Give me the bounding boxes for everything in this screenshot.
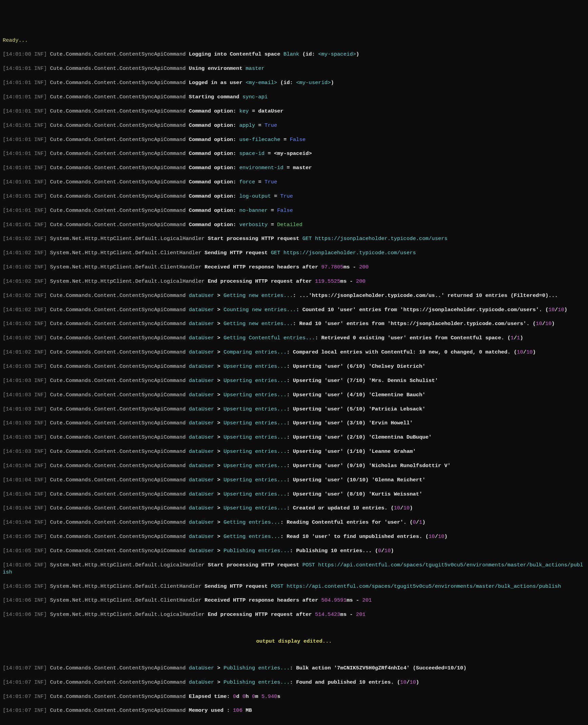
log-line: [14:01:03 INF] Cute.Commands.Content.Con… <box>3 363 585 370</box>
log-line: [14:01:04 INF] Cute.Commands.Content.Con… <box>3 462 585 469</box>
log-line: [14:01:03 INF] Cute.Commands.Content.Con… <box>3 377 585 384</box>
log-line: [14:01:01 INF] Cute.Commands.Content.Con… <box>3 65 585 72</box>
log-line: [14:01:02 INF] Cute.Commands.Content.Con… <box>3 292 585 299</box>
log-line: [14:01:02 INF] Cute.Commands.Content.Con… <box>3 320 585 327</box>
log-line: [14:01:02 INF] System.Net.Http.HttpClien… <box>3 278 585 285</box>
log-line: [14:01:00 INF] Cute.Commands.Content.Con… <box>3 51 585 58</box>
log-line: [14:01:04 INF] Cute.Commands.Content.Con… <box>3 477 585 484</box>
log-line: [14:01:01 INF] Cute.Commands.Content.Con… <box>3 221 585 228</box>
log-line: [14:01:04 INF] Cute.Commands.Content.Con… <box>3 519 585 526</box>
log-line: [14:01:01 INF] Cute.Commands.Content.Con… <box>3 108 585 115</box>
log-line: [14:01:01 INF] Cute.Commands.Content.Con… <box>3 193 585 200</box>
log-line: [14:01:03 INF] Cute.Commands.Content.Con… <box>3 391 585 399</box>
log-line: [14:01:01 INF] Cute.Commands.Content.Con… <box>3 122 585 129</box>
log-line: [14:01:05 INF] Cute.Commands.Content.Con… <box>3 547 585 555</box>
log-line: [14:01:07 INF] Cute.Commands.Content.Con… <box>3 679 585 686</box>
log-line: [14:01:02 INF] System.Net.Http.HttpClien… <box>3 235 585 242</box>
log-line: [14:01:01 INF] Cute.Commands.Content.Con… <box>3 179 585 186</box>
log-line: [14:01:01 INF] Cute.Commands.Content.Con… <box>3 150 585 157</box>
log-line: [14:01:07 INF] Cute.Commands.Content.Con… <box>3 665 585 672</box>
log-line: [14:01:01 INF] Cute.Commands.Content.Con… <box>3 136 585 143</box>
log-line: [14:01:03 INF] Cute.Commands.Content.Con… <box>3 434 585 441</box>
log-line: [14:01:03 INF] Cute.Commands.Content.Con… <box>3 448 585 455</box>
log-line: [14:01:01 INF] Cute.Commands.Content.Con… <box>3 94 585 101</box>
log-line: [14:01:06 INF] System.Net.Http.HttpClien… <box>3 597 585 604</box>
log-line: [14:01:02 INF] Cute.Commands.Content.Con… <box>3 335 585 342</box>
log-line: [14:01:07 INF] Cute.Commands.Content.Con… <box>3 707 585 714</box>
log-line: [14:01:05 INF] System.Net.Http.HttpClien… <box>3 583 585 590</box>
log-line: [14:01:02 INF] System.Net.Http.HttpClien… <box>3 249 585 257</box>
edited-notice: output display edited... <box>3 638 585 645</box>
log-line: [14:01:02 INF] Cute.Commands.Content.Con… <box>3 349 585 356</box>
log-line: [14:01:01 INF] Cute.Commands.Content.Con… <box>3 79 585 86</box>
terminal-output[interactable]: Ready... [14:01:00 INF] Cute.Commands.Co… <box>3 30 585 722</box>
log-line: [14:01:07 INF] Cute.Commands.Content.Con… <box>3 693 585 700</box>
log-line: [14:01:03 INF] Cute.Commands.Content.Con… <box>3 420 585 427</box>
log-line: [14:01:02 INF] System.Net.Http.HttpClien… <box>3 264 585 271</box>
log-line: [14:01:02 INF] Cute.Commands.Content.Con… <box>3 306 585 314</box>
log-line: [14:01:04 INF] Cute.Commands.Content.Con… <box>3 505 585 512</box>
log-line: [14:01:04 INF] Cute.Commands.Content.Con… <box>3 491 585 498</box>
log-line: [14:01:01 INF] Cute.Commands.Content.Con… <box>3 207 585 214</box>
log-line: [14:01:03 INF] Cute.Commands.Content.Con… <box>3 406 585 413</box>
log-line: [14:01:01 INF] Cute.Commands.Content.Con… <box>3 164 585 172</box>
log-line: [14:01:05 INF] System.Net.Http.HttpClien… <box>3 562 585 576</box>
log-line: [14:01:06 INF] System.Net.Http.HttpClien… <box>3 611 585 618</box>
log-line: Ready... <box>3 37 585 44</box>
log-line: [14:01:05 INF] Cute.Commands.Content.Con… <box>3 533 585 540</box>
